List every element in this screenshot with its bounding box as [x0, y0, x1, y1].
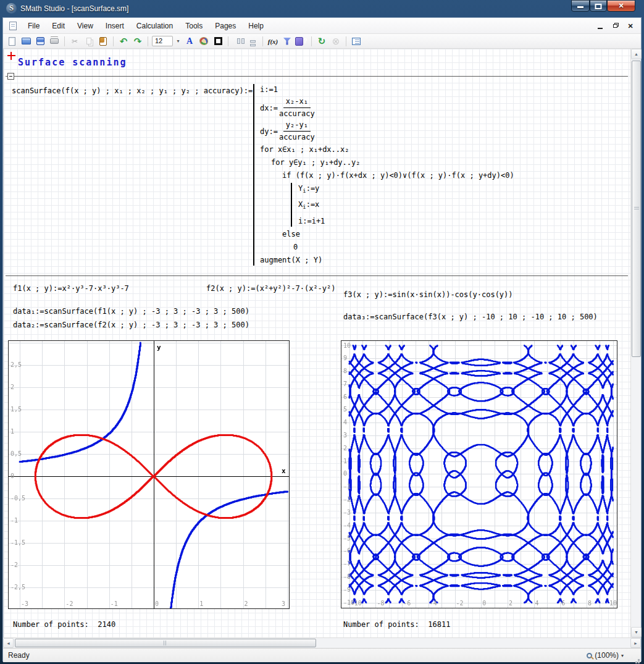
- open-icon[interactable]: [20, 36, 32, 47]
- y-tick-label: -7: [343, 560, 351, 567]
- y-tick-label: 4: [343, 419, 347, 426]
- fraction-numerator: y₂-y₁: [283, 120, 311, 132]
- save-icon[interactable]: [34, 36, 46, 47]
- align-horizontal-icon[interactable]: [232, 36, 245, 47]
- toolbar-separator: [228, 36, 228, 46]
- data2-definition[interactable]: data₂:=scanSurface(f2(x ; y) ; -3 ; 3 ; …: [13, 321, 249, 329]
- insertion-cursor: [7, 52, 15, 60]
- points-count-label[interactable]: Number of points: 16811: [343, 620, 450, 629]
- menu-help[interactable]: Help: [242, 19, 270, 33]
- copy-icon[interactable]: [83, 36, 95, 47]
- interrupt-icon[interactable]: ⊗: [330, 36, 342, 47]
- window-title: SMath Studio - [scanSurface.sm]: [20, 4, 128, 13]
- horizontal-scrollbar[interactable]: ◄ ►: [3, 637, 641, 648]
- title-bar[interactable]: S SMath Studio - [scanSurface.sm] ✕: [2, 0, 642, 17]
- mdi-minimize-button[interactable]: [594, 20, 608, 32]
- minimize-icon: [577, 6, 583, 8]
- f3-definition[interactable]: f3(x ; y):=sin(x·sin(x))-cos(y·cos(y)): [343, 290, 513, 299]
- y-tick-label: 9: [343, 355, 347, 361]
- zoom-dropdown-icon[interactable]: ▾: [621, 653, 624, 658]
- x-tick-label: -2: [65, 600, 73, 607]
- worksheet-canvas[interactable]: Surface scanning scanSurface(f(x ; y) ; …: [3, 49, 630, 637]
- y-tick-label: -0,5: [10, 495, 25, 502]
- program-line-dx: dx:= x₂-x₁accuracy: [260, 97, 514, 119]
- region-separator[interactable]: [6, 275, 628, 276]
- scansurface-program-block[interactable]: i:=1 dx:= x₂-x₁accuracy dy:= y₂-y₁accura…: [253, 84, 514, 266]
- document-icon[interactable]: [9, 22, 17, 30]
- redo-icon[interactable]: ↷: [132, 36, 144, 47]
- y-tick-label: 5: [343, 406, 347, 413]
- maximize-button[interactable]: [590, 0, 607, 12]
- y-tick-label: 2: [343, 445, 347, 452]
- close-button[interactable]: ✕: [607, 0, 635, 12]
- smath-logo-icon: S: [6, 3, 17, 14]
- fraction-denominator: accuracy: [279, 132, 315, 142]
- scansurface-definition-lhs[interactable]: scanSurface(f(x ; y) ; x₁ ; x₂ ; y₁ ; y₂…: [12, 86, 253, 95]
- menu-insert[interactable]: Insert: [99, 19, 130, 33]
- menu-calculation[interactable]: Calculation: [130, 19, 179, 33]
- minimize-button[interactable]: [571, 0, 590, 12]
- menu-pages[interactable]: Pages: [209, 19, 242, 33]
- menu-tools[interactable]: Tools: [179, 19, 209, 33]
- undo-icon[interactable]: ↶: [117, 36, 130, 47]
- vertical-scrollbar[interactable]: ▲ ▼: [630, 49, 641, 637]
- page-title[interactable]: Surface scanning: [18, 57, 127, 68]
- y-tick-label: -9: [343, 586, 351, 593]
- scroll-right-icon[interactable]: ►: [630, 638, 641, 648]
- x-tick-label: -2: [456, 600, 464, 607]
- new-page-icon[interactable]: [6, 36, 18, 47]
- insert-function-icon[interactable]: f(x): [267, 36, 279, 47]
- program-line-set-y: Yi:=y: [298, 183, 514, 196]
- toolbar: ✂ ↶ ↷ 12 ▾ A: [3, 34, 641, 49]
- options-icon[interactable]: [350, 36, 362, 47]
- data1-definition[interactable]: data₁:=scanSurface(f1(x ; y) ; -3 ; 3 ; …: [13, 307, 249, 316]
- zoom-control[interactable]: (100%) ▾: [587, 651, 624, 660]
- x-tick-label: 2: [245, 600, 248, 607]
- align-vertical-icon[interactable]: [246, 36, 259, 47]
- paste-icon[interactable]: [97, 36, 109, 47]
- font-color-icon[interactable]: A: [183, 36, 196, 47]
- program-line-increment: i:=i+1: [298, 216, 514, 227]
- scroll-down-icon[interactable]: ▼: [631, 627, 642, 637]
- collapse-toggle-icon[interactable]: [7, 73, 14, 80]
- filter-icon[interactable]: [281, 36, 293, 47]
- scroll-left-icon[interactable]: ◄: [3, 638, 14, 648]
- y-tick-label: -1: [343, 483, 351, 490]
- combo-arrow-icon[interactable]: ▾: [175, 36, 182, 47]
- palette-icon[interactable]: [198, 36, 210, 47]
- mdi-close-button[interactable]: ✕: [624, 20, 637, 32]
- plot-f1-f2[interactable]: -3-2-101232,521,510,50-0,5-1-1,5-2-2,5yx: [8, 340, 290, 609]
- border-icon[interactable]: [212, 36, 224, 47]
- menu-view[interactable]: View: [71, 19, 99, 33]
- y-tick-label: -8: [343, 573, 351, 580]
- maximize-icon: [595, 4, 602, 9]
- points-count-label[interactable]: Number of points: 2140: [13, 620, 115, 629]
- reference-book-icon[interactable]: ?: [295, 36, 307, 47]
- vertical-scroll-thumb[interactable]: [632, 61, 641, 357]
- f1-definition[interactable]: f1(x ; y):=x²·y³-7·x³·y³-7: [13, 284, 129, 293]
- y-tick-label: 0,5: [10, 450, 22, 457]
- resize-grip[interactable]: [638, 659, 640, 661]
- toolbar-separator: [346, 36, 346, 46]
- print-icon[interactable]: [48, 36, 61, 47]
- horizontal-scroll-thumb[interactable]: [15, 639, 316, 647]
- menu-edit[interactable]: Edit: [46, 19, 71, 33]
- y-tick-label: 7: [343, 380, 347, 387]
- f2-definition[interactable]: f2(x ; y):=(x²+y²)²-7·(x²-y²): [206, 284, 336, 293]
- data3-definition[interactable]: data₃:=scanSurface(f3(x ; y) ; -10 ; 10 …: [343, 313, 598, 321]
- scroll-up-icon[interactable]: ▲: [631, 49, 642, 59]
- menu-file[interactable]: File: [22, 19, 46, 33]
- recalculate-icon[interactable]: ↻: [316, 36, 328, 47]
- plot-f3[interactable]: -10-8-6-4-20246810109876543210-1-2-3-4-5…: [341, 340, 617, 608]
- y-tick-label: -2: [343, 496, 351, 503]
- cut-icon[interactable]: ✂: [69, 36, 81, 47]
- mdi-window-controls: ✕: [594, 18, 637, 34]
- x-tick-label: -1: [111, 600, 118, 607]
- mdi-restore-button[interactable]: [609, 20, 622, 32]
- program-line-dy: dy:= y₂-y₁accuracy: [260, 120, 514, 142]
- x-tick-label: -3: [21, 600, 28, 607]
- font-size-combo[interactable]: 12: [152, 36, 173, 46]
- y-tick-label: -3: [343, 509, 351, 516]
- collapsible-separator[interactable]: [6, 76, 628, 77]
- y-tick-label: 8: [343, 368, 347, 374]
